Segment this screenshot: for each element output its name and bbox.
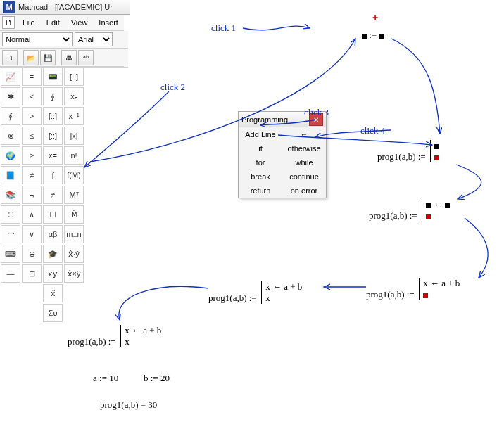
palette-button[interactable]: ⊗: [1, 127, 20, 145]
palette-button[interactable]: ∨: [22, 225, 42, 243]
palette-button[interactable]: ⊕: [22, 245, 42, 263]
format-bar: Normal Arial: [0, 31, 128, 49]
new-button[interactable]: 🗋: [2, 50, 18, 65]
palette-button[interactable]: ẋ̂: [43, 284, 63, 302]
menu-view[interactable]: View: [65, 16, 94, 29]
palette-button[interactable]: Mᵀ: [64, 186, 84, 204]
cursor-cross-icon: +: [372, 12, 378, 23]
annotation-click3: click 3: [304, 107, 329, 118]
menu-bar: 🗋 File Edit View Insert: [0, 15, 124, 31]
math-step6: prog1(a,b) := x ← a + b x: [208, 281, 302, 304]
programming-item[interactable]: if: [239, 141, 282, 155]
palette-button[interactable]: >: [22, 107, 42, 125]
palette-button[interactable]: ⊡: [22, 264, 42, 283]
annotation-click1: click 1: [211, 23, 236, 34]
palette-button[interactable]: ∫: [43, 166, 63, 184]
app-icon: M: [3, 1, 15, 13]
palette-button[interactable]: xₙ: [64, 87, 84, 105]
palette-button[interactable]: 📈: [1, 68, 20, 86]
palette-button[interactable]: x̂·ŷ: [64, 245, 84, 263]
math-define-a: a := 10: [93, 373, 118, 384]
palette-button[interactable]: ≠: [22, 166, 42, 184]
palette-button[interactable]: x=: [43, 146, 63, 165]
math-step5: prog1(a,b) := x ← a + b: [366, 278, 460, 300]
palette-button[interactable]: ⋯: [1, 225, 20, 243]
app-window: M Mathcad - [[ACADEMIC] Ur 🗋 File Edit V…: [0, 0, 504, 429]
palette-button[interactable]: ⌨: [1, 245, 20, 263]
programming-item[interactable]: return: [239, 184, 282, 198]
palette-button[interactable]: f(M): [64, 166, 84, 184]
palette-button[interactable]: ∧: [22, 205, 42, 224]
save-button[interactable]: 💾: [40, 50, 56, 65]
palette-button[interactable]: 🎓: [43, 245, 63, 263]
doc-icon[interactable]: 🗋: [2, 16, 15, 29]
annotation-click4: click 4: [360, 125, 385, 136]
palette-button[interactable]: |x|: [64, 127, 84, 145]
style-select[interactable]: Normal: [2, 32, 73, 46]
menu-insert[interactable]: Insert: [93, 16, 124, 29]
programming-item[interactable]: ←: [282, 127, 326, 141]
palette-button[interactable]: ≥: [22, 146, 42, 165]
palette-button[interactable]: n!: [64, 146, 84, 165]
palette-button[interactable]: [::]: [43, 107, 63, 125]
programming-title: Programming: [241, 115, 288, 124]
palette-col-3: [::]xₙx⁻¹|x|n!f(M)MᵀM̂m..nx̂·ŷx̂×ŷ: [63, 67, 84, 323]
palette-button[interactable]: [::]: [43, 127, 63, 145]
math-result: prog1(a,b) = 30: [100, 399, 157, 411]
palette-button[interactable]: ⸬: [1, 205, 20, 224]
palette-button[interactable]: ¬: [22, 186, 42, 204]
math-step4: prog1(a,b) := ←: [369, 199, 450, 222]
programming-body: Add Line←ifotherwiseforwhilebreakcontinu…: [239, 127, 326, 198]
programming-item[interactable]: on error: [282, 184, 326, 198]
window-title: Mathcad - [[ACADEMIC] Ur: [18, 3, 113, 11]
math-palettes: 📈✱∮⊗🌍📘📚⸬⋯⌨— =<>≤≥≠¬∧∨⊕⊡ 📟∮[::][::]x=∫≠☐α…: [0, 66, 124, 323]
programming-item[interactable]: otherwise: [282, 141, 326, 155]
math-step7: prog1(a,b) := x ← a + b x: [68, 325, 161, 347]
palette-col-2: 📟∮[::][::]x=∫≠☐αβ🎓ẋẏẋ̂Συ: [42, 67, 63, 323]
palette-button[interactable]: 📘: [1, 166, 20, 184]
math-define-b: b := 20: [144, 373, 170, 384]
programming-item[interactable]: break: [239, 169, 282, 184]
standard-toolbar: 🗋 📂 💾 🖶 ᵃᵇ: [0, 49, 128, 68]
menu-file[interactable]: File: [17, 16, 41, 29]
palette-button[interactable]: ≤: [22, 127, 42, 145]
palette-button[interactable]: 📚: [1, 186, 20, 204]
palette-button[interactable]: x⁻¹: [64, 107, 84, 125]
programming-item[interactable]: Add Line: [239, 127, 282, 141]
annotation-click2: click 2: [160, 82, 185, 93]
palette-button[interactable]: m..n: [64, 225, 84, 243]
palette-button[interactable]: ✱: [1, 87, 20, 105]
palette-button[interactable]: Συ: [43, 304, 63, 322]
palette-button[interactable]: =: [22, 68, 42, 86]
math-step3: prog1(a,b) :=: [377, 140, 439, 162]
programming-toolbar[interactable]: Programming ✕ Add Line←ifotherwiseforwhi…: [238, 111, 327, 198]
palette-button[interactable]: αβ: [43, 225, 63, 243]
palette-col-1: =<>≤≥≠¬∧∨⊕⊡: [21, 67, 42, 323]
palette-button[interactable]: x̂×ŷ: [64, 264, 84, 283]
palette-col-0: 📈✱∮⊗🌍📘📚⸬⋯⌨—: [0, 67, 21, 323]
spell-button[interactable]: ᵃᵇ: [78, 50, 94, 65]
palette-button[interactable]: ∮: [43, 87, 63, 105]
palette-button[interactable]: M̂: [64, 205, 84, 224]
palette-button[interactable]: [::]: [64, 68, 84, 86]
menu-edit[interactable]: Edit: [41, 16, 65, 29]
palette-button[interactable]: —: [1, 264, 20, 283]
title-bar: M Mathcad - [[ACADEMIC] Ur: [0, 0, 130, 15]
palette-button[interactable]: ẋẏ: [43, 264, 63, 283]
open-button[interactable]: 📂: [23, 50, 39, 65]
palette-button[interactable]: 🌍: [1, 146, 20, 165]
palette-button[interactable]: 📟: [43, 68, 63, 86]
math-step1: :=: [362, 30, 384, 41]
programming-item[interactable]: while: [282, 155, 326, 169]
palette-button[interactable]: <: [22, 87, 42, 105]
print-button[interactable]: 🖶: [61, 50, 77, 65]
programming-item[interactable]: for: [239, 155, 282, 169]
programming-item[interactable]: continue: [282, 169, 326, 184]
palette-button[interactable]: ≠: [43, 186, 63, 204]
palette-button[interactable]: ☐: [43, 205, 63, 224]
font-select[interactable]: Arial: [75, 32, 113, 46]
palette-button[interactable]: ∮: [1, 107, 20, 125]
